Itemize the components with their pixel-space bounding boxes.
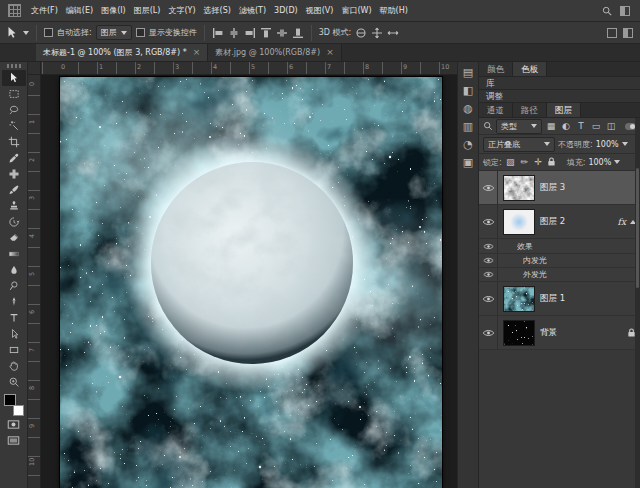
- screen-mode-button[interactable]: [2, 432, 26, 448]
- menu-layer[interactable]: 图层(L): [130, 0, 165, 22]
- align-left-icon[interactable]: [212, 27, 224, 39]
- tool-history-brush[interactable]: [2, 214, 26, 230]
- workspace-icon[interactable]: [620, 6, 630, 16]
- align-right-icon[interactable]: [244, 27, 256, 39]
- lock-image-icon[interactable]: ✏: [519, 158, 530, 167]
- tab-channels[interactable]: 通道: [479, 103, 513, 117]
- visibility-toggle[interactable]: [479, 268, 498, 281]
- collapsed-panel-icon-3[interactable]: ◍: [463, 103, 473, 114]
- collapsed-panel-icon-5[interactable]: ◔: [463, 139, 473, 150]
- visibility-toggle[interactable]: [479, 282, 498, 315]
- layer-name[interactable]: 图层 2: [540, 216, 565, 228]
- tool-marquee[interactable]: [2, 86, 26, 102]
- layer-row-layer1[interactable]: 图层 1: [479, 282, 640, 316]
- layers-scrollbar[interactable]: [635, 118, 640, 488]
- menu-select[interactable]: 选择(S): [200, 0, 235, 22]
- menu-edit[interactable]: 编辑(E): [62, 0, 97, 22]
- fill-value[interactable]: 100%: [588, 158, 611, 167]
- tool-path-select[interactable]: [2, 326, 26, 342]
- effects-label[interactable]: 效果: [517, 241, 533, 252]
- visibility-toggle[interactable]: [479, 316, 498, 349]
- layer3-thumbnail[interactable]: [503, 175, 535, 201]
- auto-select-target-dropdown[interactable]: 图层: [96, 25, 132, 40]
- visibility-toggle[interactable]: [479, 171, 498, 204]
- tool-type[interactable]: [2, 310, 26, 326]
- scrollbar-thumb[interactable]: [636, 168, 639, 288]
- tool-preset-caret-icon[interactable]: [23, 31, 29, 35]
- tab-swatches[interactable]: 色板: [513, 62, 547, 76]
- tool-zoom[interactable]: [2, 374, 26, 390]
- align-center-h-icon[interactable]: [228, 27, 240, 39]
- lock-transparency-icon[interactable]: ▨: [505, 158, 516, 167]
- document-tab-untitled[interactable]: 未标题-1 @ 100% (图层 3, RGB/8#) * ×: [36, 44, 208, 61]
- layer2-thumbnail[interactable]: [503, 209, 535, 235]
- menu-file[interactable]: 文件(F): [27, 0, 62, 22]
- lock-position-icon[interactable]: ✛: [533, 158, 544, 167]
- layer-row-background[interactable]: 背景: [479, 316, 640, 350]
- collapsed-panel-icon-4[interactable]: ▥: [463, 121, 473, 132]
- effect-name[interactable]: 内发光: [523, 255, 547, 266]
- align-middle-v-icon[interactable]: [276, 27, 288, 39]
- effects-header-row[interactable]: 效果: [479, 239, 640, 254]
- search-icon[interactable]: [602, 6, 612, 16]
- auto-select-checkbox[interactable]: [44, 28, 53, 37]
- filter-kind-dropdown[interactable]: 类型: [496, 119, 542, 134]
- filter-pixel-layers-icon[interactable]: ▦: [545, 122, 557, 131]
- align-top-icon[interactable]: [260, 27, 272, 39]
- tool-gradient[interactable]: [2, 246, 26, 262]
- collapsed-panel-icon-1[interactable]: ▤: [463, 67, 473, 78]
- visibility-toggle[interactable]: [479, 205, 498, 238]
- menu-type[interactable]: 文字(Y): [164, 0, 199, 22]
- opacity-value[interactable]: 100%: [596, 140, 619, 149]
- toolbar-grip-icon[interactable]: [7, 64, 21, 68]
- 3d-pan-icon[interactable]: [371, 27, 383, 39]
- layer-name[interactable]: 图层 3: [540, 182, 565, 194]
- tool-clone-stamp[interactable]: [2, 198, 26, 214]
- 3d-slide-icon[interactable]: [387, 27, 399, 39]
- tool-quick-select[interactable]: [2, 118, 26, 134]
- menu-window[interactable]: 窗口(W): [337, 0, 375, 22]
- panel-layout-icon[interactable]: [623, 28, 633, 38]
- panel-library[interactable]: 库: [479, 77, 640, 90]
- collapsed-panel-icon-6[interactable]: ▣: [463, 157, 473, 168]
- document-canvas-image[interactable]: [60, 77, 442, 488]
- layer-name[interactable]: 背景: [540, 327, 557, 339]
- ruler-origin-corner[interactable]: [28, 62, 41, 75]
- menu-3d[interactable]: 3D(D): [270, 0, 302, 22]
- tool-shape[interactable]: [2, 342, 26, 358]
- horizontal-ruler[interactable]: 0 1 2 3 4 5 6 7 8 9 10: [41, 62, 457, 75]
- layer1-thumbnail[interactable]: [503, 286, 535, 312]
- vertical-ruler[interactable]: 0 1 2 3 4 5 6 7 8 9 10: [28, 75, 41, 488]
- close-icon[interactable]: ×: [193, 48, 201, 57]
- tool-eyedropper[interactable]: [2, 150, 26, 166]
- layer-row-layer2[interactable]: 图层 2 fx: [479, 205, 640, 239]
- close-icon[interactable]: ×: [326, 48, 334, 57]
- menu-help[interactable]: 帮助(H): [376, 0, 412, 22]
- menu-image[interactable]: 图像(I): [97, 0, 130, 22]
- 3d-orbit-icon[interactable]: [355, 27, 367, 39]
- menu-view[interactable]: 视图(V): [302, 0, 338, 22]
- menu-filter[interactable]: 滤镜(T): [235, 0, 270, 22]
- visibility-toggle[interactable]: [479, 239, 498, 253]
- foreground-color-swatch[interactable]: [4, 394, 16, 406]
- layer-name[interactable]: 图层 1: [540, 293, 565, 305]
- tool-blur[interactable]: [2, 262, 26, 278]
- workspace-toggle-icon[interactable]: [607, 28, 617, 38]
- tool-dodge[interactable]: [2, 278, 26, 294]
- document-tab-sucai[interactable]: 素材.jpg @ 100%(RGB/8#) ×: [208, 44, 341, 61]
- color-swatches[interactable]: [4, 394, 24, 416]
- effect-row-outer-glow[interactable]: 外发光: [479, 268, 640, 282]
- effect-name[interactable]: 外发光: [523, 269, 547, 280]
- lock-all-icon[interactable]: [547, 157, 556, 167]
- canvas-area[interactable]: 0 1 2 3 4 5 6 7 8 9 10 0 1 2 3 4 5 6 7: [28, 62, 457, 488]
- fill-caret-icon[interactable]: [614, 160, 620, 164]
- tool-eraser[interactable]: [2, 230, 26, 246]
- opacity-caret-icon[interactable]: [622, 142, 628, 146]
- tool-pen[interactable]: [2, 294, 26, 310]
- align-bottom-icon[interactable]: [292, 27, 304, 39]
- tool-hand[interactable]: [2, 358, 26, 374]
- tab-paths[interactable]: 路径: [513, 103, 547, 117]
- background-color-swatch[interactable]: [13, 405, 24, 416]
- filter-type-layers-icon[interactable]: T: [575, 122, 587, 131]
- tab-color[interactable]: 颜色: [479, 62, 513, 76]
